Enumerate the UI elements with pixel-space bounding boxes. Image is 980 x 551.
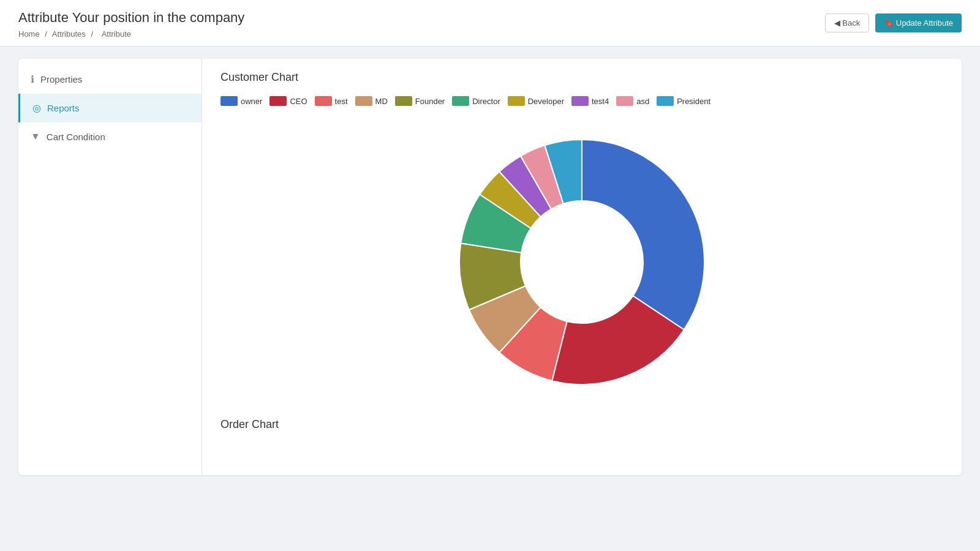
- legend-item: Founder: [395, 96, 445, 106]
- sidebar-item-reports[interactable]: ◎ Reports: [18, 94, 202, 122]
- legend-color-swatch: [315, 96, 332, 106]
- legend-color-swatch: [452, 96, 469, 106]
- legend-color-swatch: [395, 96, 412, 106]
- legend-label: CEO: [290, 97, 307, 106]
- breadcrumb-attributes[interactable]: Attributes: [52, 29, 86, 39]
- legend-color-swatch: [508, 96, 525, 106]
- back-button[interactable]: ◀ Back: [825, 13, 870, 32]
- content-card: ℹ Properties ◎ Reports ▼ Cart Condition …: [18, 59, 962, 475]
- legend-color-swatch: [616, 96, 633, 106]
- legend-item: Developer: [508, 96, 564, 106]
- chart-legend: ownerCEOtestMDFounderDirectorDeveloperte…: [221, 96, 943, 106]
- legend-label: Founder: [415, 97, 445, 106]
- breadcrumb-home[interactable]: Home: [18, 29, 40, 39]
- sidebar-label-properties: Properties: [40, 74, 82, 84]
- sidebar-item-cart-condition[interactable]: ▼ Cart Condition: [18, 122, 202, 151]
- legend-color-swatch: [571, 96, 589, 106]
- main-container: ℹ Properties ◎ Reports ▼ Cart Condition …: [0, 47, 980, 487]
- legend-item: owner: [221, 96, 262, 106]
- customer-chart-title: Customer Chart: [221, 71, 943, 84]
- legend-item: MD: [355, 96, 388, 106]
- legend-label: President: [677, 97, 710, 106]
- legend-item: test: [315, 96, 348, 106]
- sidebar: ℹ Properties ◎ Reports ▼ Cart Condition: [18, 59, 202, 475]
- breadcrumb: Home / Attributes / Attribute: [18, 29, 962, 39]
- donut-center: [521, 201, 643, 323]
- info-icon: ℹ: [31, 73, 34, 85]
- legend-color-swatch: [270, 96, 287, 106]
- update-attribute-button[interactable]: 🔖 Update Attribute: [875, 13, 962, 32]
- content-area: Customer Chart ownerCEOtestMDFounderDire…: [202, 59, 962, 475]
- breadcrumb-current: Attribute: [102, 29, 131, 39]
- sidebar-label-reports: Reports: [47, 103, 80, 113]
- legend-label: MD: [375, 97, 388, 106]
- legend-color-swatch: [657, 96, 674, 106]
- legend-item: Director: [452, 96, 500, 106]
- legend-label: Director: [472, 97, 500, 106]
- sidebar-label-cart-condition: Cart Condition: [47, 132, 105, 142]
- legend-item: President: [657, 96, 710, 106]
- legend-item: asd: [616, 96, 649, 106]
- legend-color-swatch: [221, 96, 238, 106]
- donut-chart-container: [221, 118, 943, 412]
- legend-item: CEO: [270, 96, 307, 106]
- header-actions: ◀ Back 🔖 Update Attribute: [825, 13, 962, 32]
- page-title: Attribute Your position in the company: [18, 10, 962, 26]
- legend-label: test: [335, 97, 348, 106]
- legend-item: test4: [571, 96, 609, 106]
- reports-icon: ◎: [32, 102, 41, 114]
- filter-icon: ▼: [31, 131, 40, 142]
- legend-label: Developer: [528, 97, 564, 106]
- legend-label: asd: [636, 97, 649, 106]
- order-chart-title: Order Chart: [221, 418, 943, 431]
- donut-chart-svg: [444, 124, 720, 400]
- legend-label: owner: [241, 97, 262, 106]
- sidebar-item-properties[interactable]: ℹ Properties: [18, 65, 202, 94]
- legend-label: test4: [592, 97, 609, 106]
- legend-color-swatch: [355, 96, 372, 106]
